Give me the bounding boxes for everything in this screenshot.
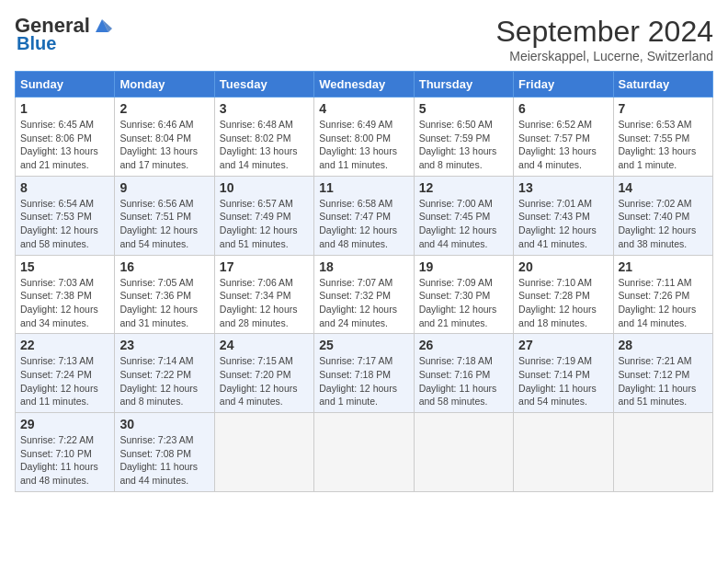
day-number: 4 (319, 101, 408, 116)
day-number: 21 (619, 259, 708, 274)
calendar-cell: 18Sunrise: 7:07 AMSunset: 7:32 PMDayligh… (314, 255, 414, 334)
day-info: Sunrise: 6:53 AMSunset: 7:55 PMDaylight:… (619, 118, 708, 172)
day-info: Sunrise: 6:50 AMSunset: 7:59 PMDaylight:… (419, 118, 508, 172)
day-info: Sunrise: 7:02 AMSunset: 7:40 PMDaylight:… (619, 197, 708, 251)
day-info: Sunrise: 7:15 AMSunset: 7:20 PMDaylight:… (220, 354, 309, 408)
week-row-3: 15Sunrise: 7:03 AMSunset: 7:38 PMDayligh… (16, 255, 713, 334)
calendar-cell: 27Sunrise: 7:19 AMSunset: 7:14 PMDayligh… (514, 334, 613, 413)
week-row-4: 22Sunrise: 7:13 AMSunset: 7:24 PMDayligh… (16, 334, 713, 413)
day-number: 7 (619, 101, 708, 116)
day-info: Sunrise: 6:56 AMSunset: 7:51 PMDaylight:… (119, 197, 209, 251)
col-header-thursday: Thursday (414, 72, 513, 98)
calendar-cell: 11Sunrise: 6:58 AMSunset: 7:47 PMDayligh… (314, 176, 414, 255)
day-number: 3 (220, 101, 309, 116)
calendar-cell: 5Sunrise: 6:50 AMSunset: 7:59 PMDaylight… (414, 98, 513, 177)
week-row-2: 8Sunrise: 6:54 AMSunset: 7:53 PMDaylight… (16, 176, 713, 255)
day-info: Sunrise: 7:19 AMSunset: 7:14 PMDaylight:… (518, 354, 608, 408)
day-info: Sunrise: 7:10 AMSunset: 7:28 PMDaylight:… (518, 276, 608, 330)
day-number: 18 (319, 259, 408, 274)
day-number: 23 (119, 338, 209, 352)
location: Meierskappel, Lucerne, Switzerland (495, 49, 713, 63)
day-number: 5 (419, 101, 508, 116)
day-info: Sunrise: 7:23 AMSunset: 7:08 PMDaylight:… (119, 433, 209, 488)
calendar-cell: 1Sunrise: 6:45 AMSunset: 8:06 PMDaylight… (16, 98, 115, 177)
calendar-cell: 10Sunrise: 6:57 AMSunset: 7:49 PMDayligh… (214, 176, 313, 255)
day-info: Sunrise: 6:48 AMSunset: 8:02 PMDaylight:… (220, 118, 309, 172)
day-info: Sunrise: 6:58 AMSunset: 7:47 PMDaylight:… (319, 197, 408, 251)
month-title: September 2024 (495, 15, 713, 49)
day-number: 24 (220, 338, 309, 352)
day-info: Sunrise: 6:57 AMSunset: 7:49 PMDaylight:… (220, 197, 309, 251)
calendar-table: SundayMondayTuesdayWednesdayThursdayFrid… (15, 71, 713, 492)
col-header-tuesday: Tuesday (214, 72, 313, 98)
day-info: Sunrise: 7:22 AMSunset: 7:10 PMDaylight:… (20, 433, 109, 488)
logo-blue: Blue (17, 33, 56, 53)
day-number: 19 (419, 259, 508, 274)
day-number: 12 (419, 180, 508, 195)
col-header-saturday: Saturday (613, 72, 712, 98)
calendar-cell (514, 413, 613, 492)
day-info: Sunrise: 7:06 AMSunset: 7:34 PMDaylight:… (220, 276, 309, 330)
calendar-cell: 6Sunrise: 6:52 AMSunset: 7:57 PMDaylight… (514, 98, 613, 177)
page-header: General Blue September 2024 Meierskappel… (15, 15, 713, 63)
calendar-cell: 30Sunrise: 7:23 AMSunset: 7:08 PMDayligh… (115, 413, 214, 492)
logo: General Blue (15, 15, 114, 53)
day-info: Sunrise: 7:05 AMSunset: 7:36 PMDaylight:… (119, 276, 209, 330)
day-number: 29 (20, 417, 109, 431)
day-number: 11 (319, 180, 408, 195)
day-info: Sunrise: 7:13 AMSunset: 7:24 PMDaylight:… (20, 354, 109, 408)
calendar-cell: 24Sunrise: 7:15 AMSunset: 7:20 PMDayligh… (214, 334, 313, 413)
day-number: 27 (518, 338, 608, 352)
day-number: 26 (419, 338, 508, 352)
calendar-cell: 2Sunrise: 6:46 AMSunset: 8:04 PMDaylight… (115, 98, 214, 177)
day-number: 2 (119, 101, 209, 116)
calendar-cell: 17Sunrise: 7:06 AMSunset: 7:34 PMDayligh… (214, 255, 313, 334)
day-info: Sunrise: 6:45 AMSunset: 8:06 PMDaylight:… (20, 118, 109, 172)
calendar-cell: 13Sunrise: 7:01 AMSunset: 7:43 PMDayligh… (514, 176, 613, 255)
day-info: Sunrise: 7:14 AMSunset: 7:22 PMDaylight:… (119, 354, 209, 408)
calendar-cell: 21Sunrise: 7:11 AMSunset: 7:26 PMDayligh… (613, 255, 712, 334)
day-info: Sunrise: 6:49 AMSunset: 8:00 PMDaylight:… (319, 118, 408, 172)
calendar-cell: 7Sunrise: 6:53 AMSunset: 7:55 PMDaylight… (613, 98, 712, 177)
day-number: 28 (619, 338, 708, 352)
calendar-cell: 22Sunrise: 7:13 AMSunset: 7:24 PMDayligh… (16, 334, 115, 413)
day-info: Sunrise: 7:17 AMSunset: 7:18 PMDaylight:… (319, 354, 408, 408)
day-info: Sunrise: 7:09 AMSunset: 7:30 PMDaylight:… (419, 276, 508, 330)
day-info: Sunrise: 7:03 AMSunset: 7:38 PMDaylight:… (20, 276, 109, 330)
calendar-cell: 12Sunrise: 7:00 AMSunset: 7:45 PMDayligh… (414, 176, 513, 255)
day-number: 20 (518, 259, 608, 274)
calendar-cell (214, 413, 313, 492)
col-header-monday: Monday (115, 72, 214, 98)
title-block: September 2024 Meierskappel, Lucerne, Sw… (495, 15, 713, 63)
calendar-cell: 8Sunrise: 6:54 AMSunset: 7:53 PMDaylight… (16, 176, 115, 255)
week-row-5: 29Sunrise: 7:22 AMSunset: 7:10 PMDayligh… (16, 413, 713, 492)
day-number: 17 (220, 259, 309, 274)
day-number: 16 (119, 259, 209, 274)
calendar-cell (613, 413, 712, 492)
day-info: Sunrise: 7:00 AMSunset: 7:45 PMDaylight:… (419, 197, 508, 251)
day-number: 1 (20, 101, 109, 116)
calendar-cell: 14Sunrise: 7:02 AMSunset: 7:40 PMDayligh… (613, 176, 712, 255)
logo-icon (92, 16, 112, 36)
day-info: Sunrise: 7:18 AMSunset: 7:16 PMDaylight:… (419, 354, 508, 408)
calendar-cell: 4Sunrise: 6:49 AMSunset: 8:00 PMDaylight… (314, 98, 414, 177)
day-info: Sunrise: 6:52 AMSunset: 7:57 PMDaylight:… (518, 118, 608, 172)
day-number: 22 (20, 338, 109, 352)
calendar-cell: 3Sunrise: 6:48 AMSunset: 8:02 PMDaylight… (214, 98, 313, 177)
col-header-friday: Friday (514, 72, 613, 98)
calendar-cell: 26Sunrise: 7:18 AMSunset: 7:16 PMDayligh… (414, 334, 513, 413)
week-row-1: 1Sunrise: 6:45 AMSunset: 8:06 PMDaylight… (16, 98, 713, 177)
day-info: Sunrise: 6:54 AMSunset: 7:53 PMDaylight:… (20, 197, 109, 251)
calendar-cell: 29Sunrise: 7:22 AMSunset: 7:10 PMDayligh… (16, 413, 115, 492)
col-header-wednesday: Wednesday (314, 72, 414, 98)
day-number: 8 (20, 180, 109, 195)
calendar-cell: 28Sunrise: 7:21 AMSunset: 7:12 PMDayligh… (613, 334, 712, 413)
calendar-cell: 15Sunrise: 7:03 AMSunset: 7:38 PMDayligh… (16, 255, 115, 334)
calendar-cell: 19Sunrise: 7:09 AMSunset: 7:30 PMDayligh… (414, 255, 513, 334)
day-info: Sunrise: 7:01 AMSunset: 7:43 PMDaylight:… (518, 197, 608, 251)
day-number: 9 (119, 180, 209, 195)
day-info: Sunrise: 6:46 AMSunset: 8:04 PMDaylight:… (119, 118, 209, 172)
col-header-sunday: Sunday (16, 72, 115, 98)
calendar-cell (414, 413, 513, 492)
day-info: Sunrise: 7:07 AMSunset: 7:32 PMDaylight:… (319, 276, 408, 330)
